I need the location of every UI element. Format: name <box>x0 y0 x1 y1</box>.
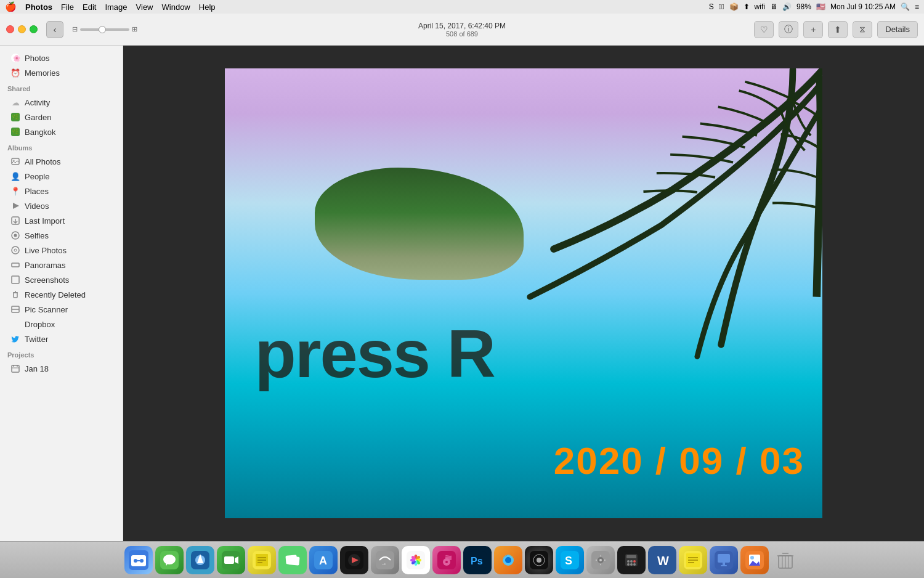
svg-point-87 <box>633 563 636 566</box>
sidebar-item-selfies[interactable]: Selfies <box>2 228 120 243</box>
svg-point-78 <box>599 559 602 561</box>
sidebar-item-live-photos[interactable]: Live Photos <box>2 243 120 258</box>
svg-rect-34 <box>224 556 234 564</box>
backup-icon[interactable]: ⬆ <box>744 2 750 11</box>
airplay-display-icon[interactable]: 🖥 <box>770 2 777 11</box>
sidebar-places-label: Places <box>25 187 49 196</box>
dock-item-messages[interactable] <box>155 546 184 574</box>
zoom-control[interactable]: ⊟ ⊞ <box>72 25 137 33</box>
sidebar-item-memories[interactable]: ⏰ Memories <box>2 65 120 80</box>
apple-menu[interactable]: 🍎 <box>5 1 17 12</box>
sidebar-item-all-photos[interactable]: All Photos <box>2 154 120 169</box>
zoom-track[interactable] <box>80 28 129 31</box>
sidebar-jan18-label: Jan 18 <box>25 364 49 373</box>
sidebar-memories-label: Memories <box>25 68 60 78</box>
sidebar-item-last-import[interactable]: Last Import <box>2 213 120 228</box>
maximize-button[interactable] <box>30 25 38 33</box>
app-menu-photos[interactable]: Photos <box>25 2 52 12</box>
dock-item-stickies2[interactable] <box>679 546 707 574</box>
skype-menubar-icon[interactable]: S <box>709 2 714 11</box>
dock-item-preview[interactable] <box>740 546 769 574</box>
dock-item-migration[interactable]: → <box>371 546 399 574</box>
dock-item-stickies[interactable] <box>248 546 276 574</box>
dock-item-appstore[interactable]: A <box>309 546 338 574</box>
dock-item-photoshop[interactable]: Ps <box>463 546 492 574</box>
dock-item-word[interactable]: W <box>648 546 676 574</box>
minimize-button[interactable] <box>18 25 26 33</box>
main-layout: 🌸 Photos ⏰ Memories Shared ☁ Activity 🌿 … <box>0 46 924 541</box>
sidebar-item-places[interactable]: 📍 Places <box>2 184 120 198</box>
dock-item-itunes[interactable] <box>432 546 461 574</box>
airplay-icon[interactable]: ▶⃝ <box>719 2 724 11</box>
sidebar-screenshots-label: Screenshots <box>25 275 69 285</box>
sidebar-item-activity[interactable]: ☁ Activity <box>2 95 120 110</box>
share-button[interactable]: ⬆ <box>828 21 848 38</box>
close-button[interactable] <box>6 25 14 33</box>
menu-window[interactable]: Window <box>162 2 190 12</box>
sidebar-item-recently-deleted[interactable]: Recently Deleted <box>2 287 120 302</box>
sidebar-item-videos[interactable]: Videos <box>2 198 120 213</box>
zoom-thumb[interactable] <box>99 26 106 33</box>
screenshots-icon <box>10 274 21 285</box>
svg-rect-81 <box>626 555 636 558</box>
menu-image[interactable]: Image <box>105 2 127 12</box>
svg-rect-98 <box>721 565 727 566</box>
dock-item-keynote[interactable] <box>710 546 738 574</box>
svg-point-84 <box>633 560 636 563</box>
dropbox-menubar-icon[interactable]: 📦 <box>729 2 739 11</box>
sidebar-item-dropbox[interactable]: Dropbox <box>2 317 120 332</box>
sidebar-item-people[interactable]: 👤 People <box>2 169 120 184</box>
dock-item-finalcut[interactable] <box>340 546 368 574</box>
dock-item-launchpad[interactable] <box>186 546 214 574</box>
spotlight-icon[interactable]: 🔍 <box>901 2 910 11</box>
sidebar-item-panoramas[interactable]: Panoramas <box>2 258 120 272</box>
svg-rect-43 <box>288 556 299 566</box>
adjustments-button[interactable]: ⧖ <box>853 21 872 38</box>
sidebar-item-pic-scanner[interactable]: Pic Scanner <box>2 302 120 317</box>
photo-date: April 15, 2017, 6:42:40 PM <box>418 22 506 30</box>
dock-item-quicksilver[interactable] <box>525 546 553 574</box>
svg-text:→: → <box>381 560 387 567</box>
sidebar-item-garden[interactable]: 🌿 Garden <box>2 110 120 124</box>
volume-icon[interactable]: 🔊 <box>782 2 792 11</box>
sidebar-item-bangkok[interactable]: 🌿 Bangkok <box>2 124 120 139</box>
menu-view[interactable]: View <box>136 2 153 12</box>
wifi-icon[interactable]: wifi <box>755 2 765 11</box>
photos-icon: 🌸 <box>10 52 21 63</box>
svg-text:🌸: 🌸 <box>13 54 20 62</box>
photo-viewer[interactable]: press R 2020 / 09 / 03 <box>123 46 924 541</box>
sidebar-item-jan18[interactable]: Jan 18 <box>2 361 120 376</box>
sidebar-item-photos[interactable]: 🌸 Photos <box>2 51 120 65</box>
battery-indicator[interactable]: 98% <box>796 2 811 11</box>
dropbox-icon <box>10 319 21 330</box>
dock-item-finder[interactable] <box>124 546 153 574</box>
details-button[interactable]: Details <box>877 21 918 38</box>
menu-help[interactable]: Help <box>199 2 216 12</box>
info-button[interactable]: ⓘ <box>779 21 798 38</box>
sidebar-item-twitter[interactable]: Twitter <box>2 332 120 346</box>
svg-point-83 <box>630 560 633 563</box>
dock-item-firefox[interactable] <box>494 546 522 574</box>
dock-item-skype[interactable]: S <box>556 546 584 574</box>
svg-point-10 <box>14 249 17 251</box>
dock-item-cards[interactable] <box>278 546 307 574</box>
menu-edit[interactable]: Edit <box>83 2 96 12</box>
menu-file[interactable]: File <box>61 2 74 12</box>
sidebar-pic-scanner-label: Pic Scanner <box>25 305 68 314</box>
dock-item-trash[interactable] <box>771 546 800 574</box>
memories-icon: ⏰ <box>10 67 21 78</box>
sidebar-bangkok-label: Bangkok <box>25 128 56 137</box>
selfies-icon <box>10 230 21 241</box>
dock-item-sysprefs[interactable] <box>586 546 615 574</box>
svg-point-63 <box>445 561 448 563</box>
sidebar-item-screenshots[interactable]: Screenshots <box>2 272 120 287</box>
favorite-button[interactable]: ♡ <box>754 21 774 38</box>
back-button[interactable]: ‹ <box>46 21 63 38</box>
dock-item-facetime[interactable] <box>217 546 245 574</box>
dock-item-photos[interactable] <box>402 546 430 574</box>
notification-icon[interactable]: ≡ <box>915 2 919 11</box>
window-controls <box>6 25 38 33</box>
dock-item-calculator[interactable] <box>617 546 646 574</box>
svg-rect-51 <box>407 551 425 569</box>
add-button[interactable]: + <box>803 21 823 38</box>
